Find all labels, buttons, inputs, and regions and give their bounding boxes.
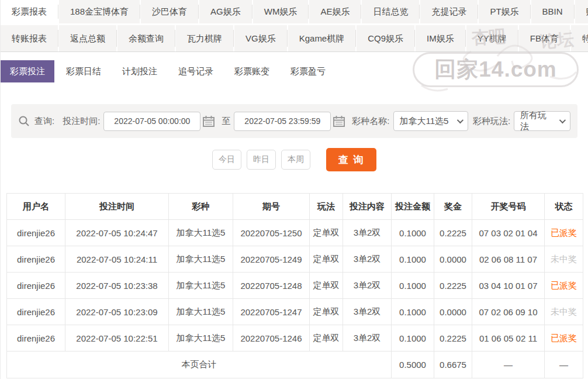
cell-play: 定单双 <box>310 246 343 273</box>
subnav-tab-lottery-account-change[interactable]: 彩票账变 <box>225 60 279 82</box>
cell-amount: 0.1000 <box>392 325 434 352</box>
bets-table: 用户名 投注时间 彩种 期号 玩法 投注内容 投注金额 奖金 开奖号码 状态 d… <box>6 193 583 378</box>
cell-issue: 20220705-1248 <box>233 273 310 299</box>
nav-tab-wm[interactable]: WM娱乐 <box>253 0 310 23</box>
nav-tab-cq9[interactable]: CQ9娱乐 <box>357 25 416 51</box>
filter-panel: 查询: 投注时间: 至 彩种名称: 加拿大11选5 彩种玩法: 所有玩法 <box>11 104 577 138</box>
status-badge: 已派奖 <box>545 220 583 246</box>
play-type-label: 彩种玩法: <box>473 116 510 127</box>
nav-tab-fb-sport[interactable]: FB体育 <box>519 25 571 51</box>
table-row: direnjie26 2022-07-05 10:23:09 加拿大11选5 2… <box>7 299 583 325</box>
nav-tab-daily-overview[interactable]: 日结总览 <box>362 0 420 23</box>
subnav-tab-plan-bets[interactable]: 计划投注 <box>113 60 167 82</box>
cell-issue: 20220705-1249 <box>233 246 310 273</box>
top-navigation: 彩票报表 188金宝博体育 沙巴体育 AG娱乐 WM娱乐 AE娱乐 日结总览 充… <box>1 0 588 52</box>
cell-username: direnjie26 <box>7 299 65 325</box>
cell-username: direnjie26 <box>7 325 65 352</box>
nav-tab-saba-sport[interactable]: 沙巴体育 <box>141 0 199 23</box>
nav-row-2: 转账报表 返点总额 余额查询 瓦力棋牌 VG娱乐 Kgame棋牌 CQ9娱乐 I… <box>1 25 588 51</box>
col-status: 状态 <box>545 194 583 220</box>
nav-tab-lottery-report[interactable]: 彩票报表 <box>1 0 59 23</box>
nav-tab-kgame[interactable]: Kgame棋牌 <box>288 25 357 51</box>
subnav-tab-lottery-daily[interactable]: 彩票日结 <box>57 60 110 82</box>
col-issue: 期号 <box>233 194 310 220</box>
query-button[interactable]: 查 询 <box>326 148 376 171</box>
col-lottery: 彩种 <box>169 194 233 220</box>
subnav-tab-lottery-profit[interactable]: 彩票盈亏 <box>281 60 335 82</box>
cell-content: 3单2双 <box>343 246 392 273</box>
nav-tab-ae[interactable]: AE娱乐 <box>309 0 362 23</box>
status-badge: 未中奖 <box>545 246 583 273</box>
yesterday-button[interactable]: 昨日 <box>247 150 276 170</box>
nav-tab-vg[interactable]: VG娱乐 <box>234 25 288 51</box>
nav-tab-account-change[interactable]: 账变报表 <box>575 0 588 23</box>
status-badge: 未中奖 <box>545 299 583 325</box>
time-to-input[interactable] <box>234 112 331 131</box>
play-type-select[interactable]: 所有玩法 <box>514 111 570 131</box>
chevron-down-icon <box>457 117 464 123</box>
cell-numbers: 07 03 02 01 04 <box>472 220 545 246</box>
cell-bet-time: 2022-07-05 10:22:51 <box>65 325 169 352</box>
cell-content: 3单2双 <box>343 325 392 352</box>
table-row: direnjie26 2022-07-05 10:24:47 加拿大11选5 2… <box>7 220 583 246</box>
cell-issue: 20220705-1247 <box>233 299 310 325</box>
cell-lottery: 加拿大11选5 <box>169 325 233 352</box>
time-from-input[interactable] <box>103 112 200 131</box>
nav-tab-ag[interactable]: AG娱乐 <box>199 0 253 23</box>
col-bet-time: 投注时间 <box>65 194 169 220</box>
nav-tab-bbin[interactable]: BBIN <box>531 0 575 23</box>
totals-row: 本页合计 0.5000 0.6675 — — <box>7 352 583 378</box>
nav-tab-pt[interactable]: PT娱乐 <box>479 0 531 23</box>
cell-lottery: 加拿大11选5 <box>169 299 233 325</box>
cell-prize: 0.0000 <box>434 246 472 273</box>
cell-content: 3单2双 <box>343 273 392 299</box>
cell-username: direnjie26 <box>7 246 65 273</box>
nav-tab-tetu-chess[interactable]: 特兔棋牌 <box>571 25 588 51</box>
to-label: 至 <box>222 116 230 127</box>
table-header-row: 用户名 投注时间 彩种 期号 玩法 投注内容 投注金额 奖金 开奖号码 状态 <box>7 194 583 220</box>
cell-content: 3单2双 <box>343 220 392 246</box>
quick-actions: 今日 昨日 本周 查 询 <box>1 148 588 171</box>
lottery-name-select[interactable]: 加拿大11选5 <box>393 111 468 131</box>
nav-tab-deposit-records[interactable]: 充提记录 <box>420 0 479 23</box>
bet-time-label: 投注时间: <box>63 116 100 127</box>
cell-lottery: 加拿大11选5 <box>169 273 233 299</box>
cell-amount: 0.1000 <box>392 220 434 246</box>
nav-tab-im[interactable]: IM娱乐 <box>416 25 466 51</box>
calendar-icon[interactable] <box>333 116 345 127</box>
subnav-tab-chase-records[interactable]: 追号记录 <box>169 60 223 82</box>
cell-play: 定单双 <box>310 325 343 352</box>
nav-tab-yy-chess[interactable]: YY棋牌 <box>466 25 519 51</box>
totals-amount: 0.5000 <box>392 352 434 378</box>
cell-bet-time: 2022-07-05 10:24:47 <box>65 220 169 246</box>
cell-bet-time: 2022-07-05 10:24:11 <box>65 246 169 273</box>
nav-tab-balance-query[interactable]: 余额查询 <box>117 25 176 51</box>
totals-numbers-dash: — <box>472 352 545 378</box>
nav-tab-rebate-total[interactable]: 返点总额 <box>59 25 117 51</box>
col-username: 用户名 <box>7 194 65 220</box>
nav-row-1: 彩票报表 188金宝博体育 沙巴体育 AG娱乐 WM娱乐 AE娱乐 日结总览 充… <box>1 0 588 23</box>
cell-numbers: 01 06 05 02 11 <box>472 325 545 352</box>
this-week-button[interactable]: 本周 <box>281 150 310 170</box>
col-prize: 奖金 <box>434 194 472 220</box>
col-play: 玩法 <box>310 194 343 220</box>
cell-numbers: 07 02 06 09 10 <box>472 299 545 325</box>
calendar-icon[interactable] <box>203 116 215 127</box>
cell-prize: 0.0000 <box>434 299 472 325</box>
table-row: direnjie26 2022-07-05 10:24:11 加拿大11选5 2… <box>7 246 583 273</box>
table-row: direnjie26 2022-07-05 10:22:51 加拿大11选5 2… <box>7 325 583 352</box>
nav-tab-transfer-report[interactable]: 转账报表 <box>1 25 59 51</box>
cell-prize: 0.2225 <box>434 273 472 299</box>
search-icon <box>18 115 30 127</box>
nav-tab-188-sport[interactable]: 188金宝博体育 <box>59 0 141 23</box>
cell-content: 3单2双 <box>343 299 392 325</box>
cell-prize: 0.2225 <box>434 220 472 246</box>
today-button[interactable]: 今日 <box>212 150 241 170</box>
cell-lottery: 加拿大11选5 <box>169 246 233 273</box>
nav-tab-wali-chess[interactable]: 瓦力棋牌 <box>176 25 234 51</box>
cell-numbers: 03 04 10 01 07 <box>472 273 545 299</box>
lottery-name-label: 彩种名称: <box>352 116 389 127</box>
lottery-name-value: 加拿大11选5 <box>400 116 449 127</box>
cell-prize: 0.2225 <box>434 325 472 352</box>
subnav-tab-lottery-bets[interactable]: 彩票投注 <box>1 60 54 82</box>
